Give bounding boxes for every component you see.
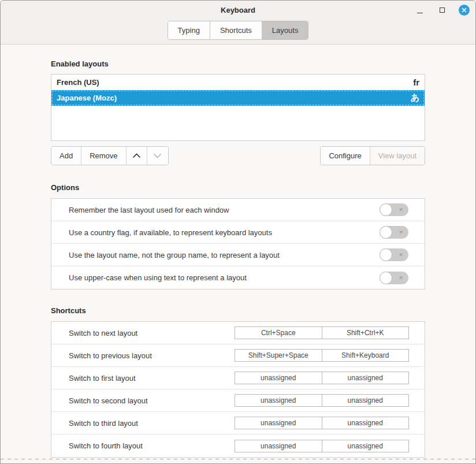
shortcut-row: Switch to next layout Ctrl+Space Shift+C… <box>51 322 425 344</box>
option-label: Use the layout name, not the group name,… <box>69 251 380 259</box>
toggle-knob <box>380 226 392 239</box>
option-label: Use upper-case when using text to repres… <box>69 273 380 282</box>
maximize-button[interactable] <box>435 3 449 17</box>
layout-list-item[interactable]: Japanese (Mozc) あ <box>51 90 425 106</box>
toggle-switch-off[interactable]: ✕ <box>380 226 408 239</box>
shortcut-label: Switch to next layout <box>69 329 235 337</box>
remove-layout-button[interactable]: Remove <box>81 147 126 165</box>
chevron-down-icon <box>153 153 162 158</box>
keybinding-button-primary[interactable]: unassigned <box>235 372 322 384</box>
layout-indicator: あ <box>411 92 419 103</box>
option-row: Use the layout name, not the group name,… <box>51 244 425 266</box>
maximize-icon <box>440 8 445 13</box>
tab-bar: Typing Shortcuts Layouts <box>1 19 475 44</box>
keybinding-button-primary[interactable]: unassigned <box>235 440 322 452</box>
options-title: Options <box>51 183 425 192</box>
move-down-button[interactable] <box>147 147 168 165</box>
tab[interactable]: Layouts <box>262 21 308 39</box>
option-label: Use a country flag, if available, to rep… <box>69 228 380 237</box>
shortcut-row: Switch to previous layout Shift+Super+Sp… <box>51 344 425 367</box>
keyboard-settings-window: { "window": { "title": "Keyboard" }, "ta… <box>0 0 476 464</box>
layout-list-item[interactable]: French (US) fr <box>51 75 425 90</box>
toggle-off-icon: ✕ <box>399 230 403 235</box>
minimize-button[interactable] <box>413 3 427 17</box>
window-title: Keyboard <box>221 6 255 14</box>
keybinding-group: Ctrl+Space Shift+Ctrl+K <box>235 326 409 339</box>
keybinding-button-secondary[interactable]: Shift+Ctrl+K <box>322 327 409 339</box>
option-row: Remember the last layout used for each w… <box>51 199 425 221</box>
keybinding-button-secondary[interactable]: unassigned <box>322 372 409 384</box>
shortcut-label: Switch to fourth layout <box>69 441 235 450</box>
layout-config-button-group: Configure View layout <box>320 146 425 165</box>
window-header: Keyboard Typing Shortcuts Layouts <box>1 1 475 44</box>
toggle-off-icon: ✕ <box>399 275 403 280</box>
move-up-button[interactable] <box>127 147 147 165</box>
shortcut-row: Switch to first layout unassigned unassi… <box>51 367 425 389</box>
configure-button[interactable]: Configure <box>321 147 370 165</box>
layout-name: Japanese (Mozc) <box>57 94 411 102</box>
layouts-page: Enabled layouts French (US) fr Japanese … <box>1 60 475 458</box>
shortcut-label: Switch to previous layout <box>69 351 235 360</box>
close-icon <box>459 5 470 16</box>
shortcuts-title: Shortcuts <box>51 306 425 315</box>
keybinding-group: unassigned unassigned <box>235 417 409 429</box>
shortcuts-panel: Switch to next layout Ctrl+Space Shift+C… <box>51 321 425 458</box>
shortcut-row: Switch to second layout unassigned unass… <box>51 389 425 412</box>
window-controls <box>413 1 471 19</box>
keybinding-group: Shift+Super+Space Shift+Keyboard <box>235 349 409 362</box>
keybinding-group: unassigned unassigned <box>235 440 409 452</box>
keybinding-button-secondary[interactable]: Shift+Keyboard <box>322 350 409 361</box>
keybinding-group: unassigned unassigned <box>235 394 409 407</box>
layout-edit-button-group: Add Remove <box>51 146 169 165</box>
option-row: Use a country flag, if available, to rep… <box>51 221 425 244</box>
shortcut-row: Switch to fourth layout unassigned unass… <box>51 435 425 457</box>
chevron-up-icon <box>132 153 141 158</box>
keybinding-group: unassigned unassigned <box>235 372 409 384</box>
titlebar[interactable]: Keyboard <box>1 1 475 19</box>
tab[interactable]: Shortcuts <box>210 21 262 39</box>
option-label: Remember the last layout used for each w… <box>69 206 380 214</box>
enabled-layouts-list[interactable]: French (US) fr Japanese (Mozc) あ <box>51 74 425 141</box>
layout-actions-row: Add Remove Configure View layout <box>51 146 425 165</box>
toggle-off-icon: ✕ <box>399 253 403 258</box>
tab[interactable]: Typing <box>168 21 210 39</box>
toggle-off-icon: ✕ <box>399 207 403 213</box>
shortcut-row: Switch to third layout unassigned unassi… <box>51 412 425 435</box>
shortcut-label: Switch to first layout <box>69 374 235 383</box>
enabled-layouts-title: Enabled layouts <box>51 60 425 69</box>
overscroll-dashed-line <box>1 459 475 459</box>
keybinding-button-secondary[interactable]: unassigned <box>322 440 409 452</box>
keybinding-button-primary[interactable]: unassigned <box>235 417 322 429</box>
minimize-icon <box>417 13 423 13</box>
keybinding-button-primary[interactable]: unassigned <box>235 395 322 406</box>
option-row: Use upper-case when using text to repres… <box>51 266 425 289</box>
toggle-knob <box>380 272 392 284</box>
keybinding-button-primary[interactable]: Ctrl+Space <box>235 327 322 339</box>
keybinding-button-secondary[interactable]: unassigned <box>322 395 409 406</box>
layout-name: French (US) <box>57 78 413 87</box>
toggle-switch-off[interactable]: ✕ <box>380 248 408 261</box>
layout-indicator: fr <box>413 77 419 87</box>
shortcut-label: Switch to second layout <box>69 396 235 405</box>
keybinding-button-primary[interactable]: Shift+Super+Space <box>235 350 322 361</box>
toggle-knob <box>380 203 392 216</box>
toggle-switch-off[interactable]: ✕ <box>380 272 408 284</box>
options-panel: Remember the last layout used for each w… <box>51 198 425 289</box>
close-button[interactable] <box>457 3 471 17</box>
view-layout-button[interactable]: View layout <box>370 147 425 165</box>
keybinding-button-secondary[interactable]: unassigned <box>322 417 409 429</box>
toggle-knob <box>380 248 392 261</box>
shortcut-label: Switch to third layout <box>69 419 235 428</box>
toggle-switch-off[interactable]: ✕ <box>380 203 408 216</box>
tab-group: Typing Shortcuts Layouts <box>168 21 309 40</box>
add-layout-button[interactable]: Add <box>51 147 81 165</box>
